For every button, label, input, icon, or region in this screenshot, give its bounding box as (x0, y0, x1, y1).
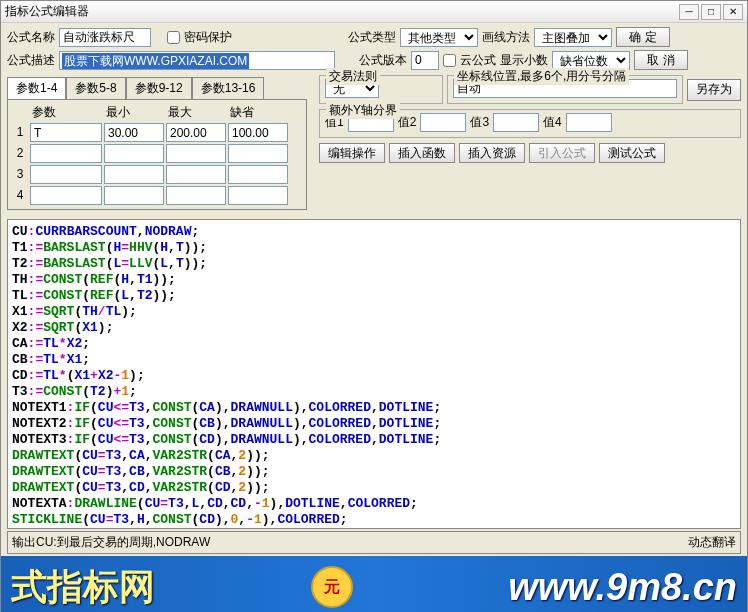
ok-button[interactable]: 确 定 (616, 27, 670, 47)
cloud-label: 云公式 (460, 52, 496, 69)
banner: 式指标网 元 www.9m8.cn (1, 556, 747, 612)
param-max-input[interactable] (166, 144, 226, 163)
impform-button[interactable]: 引入公式 (529, 143, 595, 163)
params-section: 参数1-4 参数5-8 参数9-12 参数13-16 参数 最小 最大 缺省 1 (7, 73, 307, 210)
col-max: 最大 (166, 104, 226, 121)
password-label: 密码保护 (184, 29, 232, 46)
param-rownum: 4 (12, 186, 28, 205)
col-default: 缺省 (228, 104, 288, 121)
param-def-input[interactable] (228, 144, 288, 163)
param-def-input[interactable] (228, 186, 288, 205)
param-max-input[interactable] (166, 186, 226, 205)
drawmethod-label: 画线方法 (482, 29, 530, 46)
close-button[interactable]: ✕ (723, 4, 743, 20)
tab-params-5-8[interactable]: 参数5-8 (66, 77, 125, 99)
code-editor[interactable]: CU:CURRBARSCOUNT,NODRAW;T1:=BARSLAST(H=H… (7, 219, 741, 529)
col-paramname: 参数 (30, 104, 102, 121)
param-max-input[interactable] (166, 123, 226, 142)
v3-label: 值3 (470, 114, 489, 131)
decimals-select[interactable]: 缺省位数 (552, 51, 630, 70)
param-name-input[interactable] (30, 144, 102, 163)
param-def-input[interactable] (228, 165, 288, 184)
version-label: 公式版本 (359, 52, 407, 69)
desc-input[interactable]: 股票下载网WWW.GPXIAZAI.COM (59, 51, 335, 70)
form-area: 公式名称 密码保护 公式类型 其他类型 画线方法 主图叠加 确 定 公式描述 股… (1, 23, 747, 217)
param-name-input[interactable] (30, 123, 102, 142)
param-rownum: 1 (12, 123, 28, 142)
extraY-legend: 额外Y轴分界 (326, 102, 400, 119)
minimize-button[interactable]: ─ (679, 4, 699, 20)
desc-value: 股票下载网WWW.GPXIAZAI.COM (62, 53, 249, 69)
banner-logo: 元 (311, 566, 353, 608)
v3-input[interactable] (493, 113, 539, 132)
param-rownum: 3 (12, 165, 28, 184)
v2-label: 值2 (398, 114, 417, 131)
name-input[interactable] (59, 28, 151, 47)
banner-left-text: 式指标网 (11, 563, 155, 612)
drawmethod-select[interactable]: 主图叠加 (534, 28, 612, 47)
param-min-input[interactable] (104, 123, 164, 142)
param-rownum: 2 (12, 144, 28, 163)
password-checkbox[interactable] (167, 31, 180, 44)
dyntrans-label[interactable]: 动态翻译 (688, 534, 736, 551)
main-window: 指标公式编辑器 ─ □ ✕ 公式名称 密码保护 公式类型 其他类型 画线方法 主… (0, 0, 748, 612)
status-text: 输出CU:到最后交易的周期,NODRAW (12, 534, 688, 551)
decimals-label: 显示小数 (500, 52, 548, 69)
type-label: 公式类型 (348, 29, 396, 46)
type-select[interactable]: 其他类型 (400, 28, 478, 47)
v4-input[interactable] (566, 113, 612, 132)
param-min-input[interactable] (104, 165, 164, 184)
window-title: 指标公式编辑器 (5, 3, 677, 20)
insres-button[interactable]: 插入资源 (459, 143, 525, 163)
editop-button[interactable]: 编辑操作 (319, 143, 385, 163)
param-min-input[interactable] (104, 144, 164, 163)
version-input[interactable] (411, 51, 439, 70)
tab-params-1-4[interactable]: 参数1-4 (7, 77, 66, 99)
status-bar: 输出CU:到最后交易的周期,NODRAW 动态翻译 (7, 531, 741, 554)
param-def-input[interactable] (228, 123, 288, 142)
coord-legend: 坐标线位置,最多6个,用分号分隔 (454, 68, 629, 85)
tradelaw-legend: 交易法则 (326, 68, 380, 85)
param-min-input[interactable] (104, 186, 164, 205)
col-min: 最小 (104, 104, 164, 121)
cloud-checkbox[interactable] (443, 54, 456, 67)
saveas-button[interactable]: 另存为 (687, 79, 741, 101)
param-name-input[interactable] (30, 186, 102, 205)
desc-label: 公式描述 (7, 52, 55, 69)
param-grid: 参数 最小 最大 缺省 1 2 3 (12, 104, 302, 205)
banner-right-text: www.9m8.cn (508, 566, 737, 609)
name-label: 公式名称 (7, 29, 55, 46)
v4-label: 值4 (543, 114, 562, 131)
param-max-input[interactable] (166, 165, 226, 184)
insfunc-button[interactable]: 插入函数 (389, 143, 455, 163)
titlebar: 指标公式编辑器 ─ □ ✕ (1, 1, 747, 23)
v2-input[interactable] (420, 113, 466, 132)
param-name-input[interactable] (30, 165, 102, 184)
testform-button[interactable]: 测试公式 (599, 143, 665, 163)
maximize-button[interactable]: □ (701, 4, 721, 20)
tab-params-13-16[interactable]: 参数13-16 (192, 77, 265, 99)
tab-params-9-12[interactable]: 参数9-12 (126, 77, 192, 99)
param-tabs: 参数1-4 参数5-8 参数9-12 参数13-16 (7, 77, 307, 100)
cancel-button[interactable]: 取 消 (634, 50, 688, 70)
